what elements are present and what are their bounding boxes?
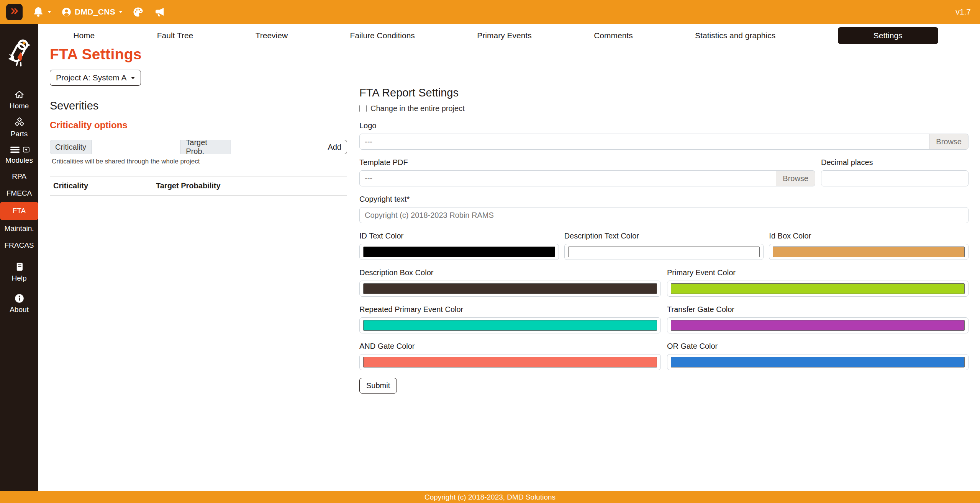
parts-icon bbox=[13, 117, 25, 128]
app-window: DMD_CNS v1.7 bbox=[0, 0, 980, 503]
user-circle-icon bbox=[61, 7, 72, 17]
top-bar: DMD_CNS v1.7 bbox=[0, 0, 980, 24]
content-region: FTA Settings Project A: System A Severit… bbox=[38, 45, 980, 491]
template-pdf-file-input[interactable]: --- bbox=[359, 170, 776, 186]
template-pdf-browse-button[interactable]: Browse bbox=[776, 170, 815, 186]
sidebar-item-parts[interactable]: Parts bbox=[0, 114, 38, 142]
sidebar-item-label: FTA bbox=[13, 207, 26, 215]
tab-failure-conditions[interactable]: Failure Conditions bbox=[350, 31, 415, 40]
info-circle-icon bbox=[14, 293, 25, 304]
submit-button[interactable]: Submit bbox=[359, 378, 397, 394]
or-gate-color-label: OR Gate Color bbox=[667, 342, 969, 351]
user-menu[interactable]: DMD_CNS bbox=[61, 7, 123, 17]
sidebar-item-fracas[interactable]: FRACAS bbox=[0, 237, 38, 254]
tab-fault-tree[interactable]: Fault Tree bbox=[157, 31, 193, 40]
color-swatch bbox=[671, 283, 965, 294]
id-box-color-label: Id Box Color bbox=[769, 232, 969, 240]
logo-browse-button[interactable]: Browse bbox=[929, 134, 969, 150]
report-settings-panel: FTA Report Settings Change in the entire… bbox=[359, 87, 969, 394]
fta-tab-bar: Home Fault Tree Treeview Failure Conditi… bbox=[38, 24, 980, 45]
severities-panel: FTA Settings Project A: System A Severit… bbox=[50, 45, 347, 196]
id-box-color-field: Id Box Color bbox=[769, 232, 969, 260]
sidebar-item-label: Maintain. bbox=[4, 224, 34, 233]
sidebar-item-rpa[interactable]: RPA bbox=[0, 168, 38, 185]
add-button[interactable]: Add bbox=[322, 140, 347, 154]
color-swatch bbox=[671, 357, 965, 367]
sidebar-item-home[interactable]: Home bbox=[0, 86, 38, 114]
tab-primary-events[interactable]: Primary Events bbox=[477, 31, 531, 40]
or-gate-color-picker[interactable] bbox=[667, 354, 969, 370]
theme-button[interactable] bbox=[133, 7, 144, 18]
sidebar-item-label: FRACAS bbox=[4, 241, 34, 250]
announcements-button[interactable] bbox=[154, 6, 165, 18]
and-gate-color-picker[interactable] bbox=[359, 354, 661, 370]
entire-project-checkbox-label: Change in the entire project bbox=[370, 104, 465, 113]
project-selector-dropdown[interactable]: Project A: System A bbox=[50, 70, 141, 86]
page-title: FTA Settings bbox=[50, 46, 347, 63]
column-header-criticality: Criticality bbox=[50, 176, 152, 196]
tab-home[interactable]: Home bbox=[73, 31, 95, 40]
tab-settings[interactable]: Settings bbox=[838, 27, 938, 44]
repeated-primary-event-color-picker[interactable] bbox=[359, 317, 661, 333]
description-box-color-picker[interactable] bbox=[359, 281, 661, 297]
sidebar: Home Parts bbox=[0, 24, 38, 491]
and-gate-color-field: AND Gate Color bbox=[359, 342, 661, 370]
palette-icon bbox=[133, 7, 144, 18]
app-version: v1.7 bbox=[955, 7, 971, 16]
criticality-options-heading: Criticality options bbox=[50, 120, 347, 131]
decimal-places-label: Decimal places bbox=[821, 158, 969, 167]
criticality-table: Criticality Target Probability bbox=[50, 176, 347, 196]
copyright-field: Copyright text* bbox=[359, 195, 969, 223]
sidebar-item-label: Help bbox=[11, 274, 26, 283]
transfer-gate-color-picker[interactable] bbox=[667, 317, 969, 333]
megaphone-icon bbox=[154, 6, 165, 18]
template-pdf-label: Template PDF bbox=[359, 158, 815, 167]
repeated-primary-event-color-label: Repeated Primary Event Color bbox=[359, 305, 661, 314]
home-icon bbox=[13, 89, 25, 100]
sidebar-item-modules[interactable]: Modules bbox=[0, 142, 38, 168]
description-text-color-picker[interactable] bbox=[564, 244, 764, 260]
bell-icon bbox=[33, 6, 44, 18]
notifications-menu[interactable] bbox=[33, 6, 51, 18]
decimal-places-input[interactable] bbox=[821, 170, 969, 186]
tab-comments[interactable]: Comments bbox=[594, 31, 633, 40]
transfer-gate-color-field: Transfer Gate Color bbox=[667, 305, 969, 333]
entire-project-checkbox-row: Change in the entire project bbox=[359, 104, 969, 113]
chevron-down-icon bbox=[119, 11, 123, 15]
color-swatch bbox=[773, 247, 965, 257]
target-prob-label: Target Prob. bbox=[180, 140, 231, 154]
username-label: DMD_CNS bbox=[75, 7, 115, 16]
sidebar-item-fta[interactable]: FTA bbox=[0, 202, 38, 220]
repeated-primary-event-color-field: Repeated Primary Event Color bbox=[359, 305, 661, 333]
id-box-color-picker[interactable] bbox=[769, 244, 969, 260]
sidebar-item-help[interactable]: Help bbox=[0, 258, 38, 286]
tab-statistics-and-graphics[interactable]: Statistics and graphics bbox=[695, 31, 775, 40]
sidebar-item-label: About bbox=[10, 305, 29, 314]
severities-heading: Severities bbox=[50, 100, 347, 112]
sidebar-item-label: Home bbox=[10, 102, 29, 110]
sidebar-item-about[interactable]: About bbox=[0, 290, 38, 317]
description-box-color-label: Description Box Color bbox=[359, 268, 661, 277]
criticality-helper-text: Criticalities will be shared through the… bbox=[52, 158, 347, 165]
sidebar-collapse-button[interactable] bbox=[6, 4, 23, 20]
help-book-icon bbox=[14, 262, 25, 272]
sidebar-item-fmeca[interactable]: FMECA bbox=[0, 185, 38, 202]
id-text-color-picker[interactable] bbox=[359, 244, 559, 260]
modules-icon bbox=[9, 145, 21, 154]
entire-project-checkbox[interactable] bbox=[359, 105, 367, 112]
criticality-input[interactable] bbox=[91, 140, 181, 154]
tab-treeview[interactable]: Treeview bbox=[256, 31, 288, 40]
logo-field: Logo --- Browse bbox=[359, 121, 969, 150]
sidebar-item-maintain[interactable]: Maintain. bbox=[0, 220, 38, 237]
color-row-2: Description Box Color Primary Event Colo… bbox=[359, 268, 969, 297]
report-settings-heading: FTA Report Settings bbox=[359, 87, 969, 99]
footer: Copyright (c) 2018-2023, DMD Solutions bbox=[0, 491, 980, 503]
color-swatch bbox=[363, 357, 657, 367]
logo-file-input[interactable]: --- bbox=[359, 134, 929, 150]
color-swatch bbox=[363, 320, 657, 331]
robin-logo[interactable] bbox=[7, 37, 32, 68]
target-prob-input[interactable] bbox=[231, 140, 323, 154]
copyright-input[interactable] bbox=[359, 207, 969, 223]
primary-event-color-picker[interactable] bbox=[667, 281, 969, 297]
chevron-down-icon bbox=[48, 11, 51, 15]
